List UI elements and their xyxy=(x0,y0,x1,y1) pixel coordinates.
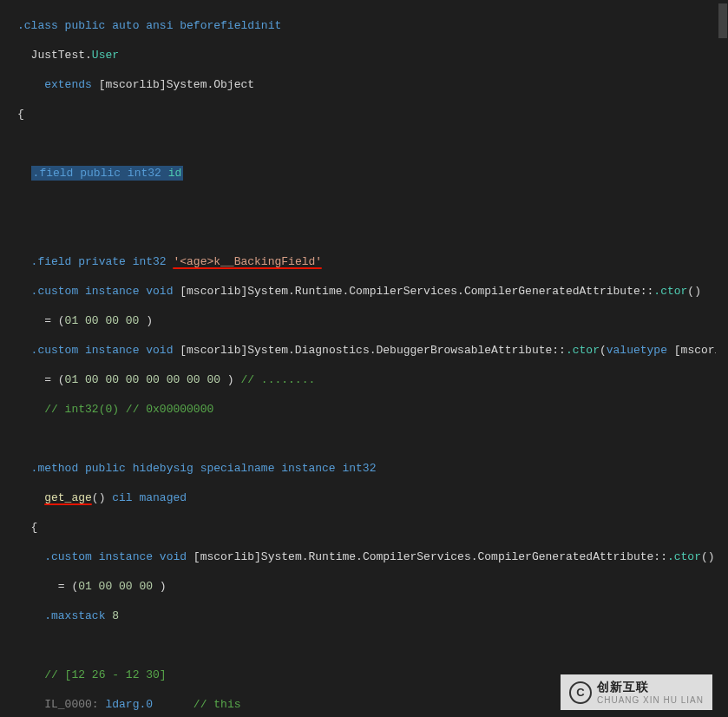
code-editor[interactable]: .class public auto ansi beforefieldinit … xyxy=(0,0,728,717)
code-line xyxy=(17,638,728,653)
code-line xyxy=(17,136,728,151)
code-line: .custom instance void [mscorlib]System.D… xyxy=(17,343,728,358)
watermark-title: 创新互联 xyxy=(597,680,704,695)
code-line: = (01 00 00 00 ) xyxy=(17,313,728,328)
code-line: extends [mscorlib]System.Object xyxy=(17,77,728,92)
code-line: .field private int32 '<age>k__BackingFie… xyxy=(17,254,728,269)
code-line: .method public hidebysig specialname ins… xyxy=(17,461,728,476)
code-line: get_age() cil managed xyxy=(17,490,728,505)
code-line: JustTest.User xyxy=(17,48,728,62)
scrollbar-thumb[interactable] xyxy=(718,3,727,38)
code-line: { xyxy=(17,107,728,122)
code-line: .maxstack 8 xyxy=(17,608,728,623)
code-line: .class public auto ansi beforefieldinit xyxy=(17,18,728,33)
code-line: = (01 00 00 00 ) xyxy=(17,579,728,594)
code-line: .field public int32 id xyxy=(17,166,728,181)
code-line xyxy=(17,195,728,210)
code-line xyxy=(17,431,728,446)
code-line: // int32(0) // 0x00000000 xyxy=(17,402,728,417)
selection-highlight: .field public int32 id xyxy=(31,166,184,181)
code-line: .custom instance void [mscorlib]System.R… xyxy=(17,549,728,564)
code-line: .custom instance void [mscorlib]System.R… xyxy=(17,284,728,299)
vertical-scrollbar[interactable] xyxy=(716,0,728,717)
watermark-logo-icon: C xyxy=(569,681,592,704)
code-line: = (01 00 00 00 00 00 00 00 ) // ........ xyxy=(17,372,728,387)
code-line xyxy=(17,225,728,240)
watermark-badge: C 创新互联 CHUANG XIN HU LIAN xyxy=(561,674,712,710)
watermark-subtitle: CHUANG XIN HU LIAN xyxy=(597,695,704,705)
code-line: { xyxy=(17,520,728,535)
